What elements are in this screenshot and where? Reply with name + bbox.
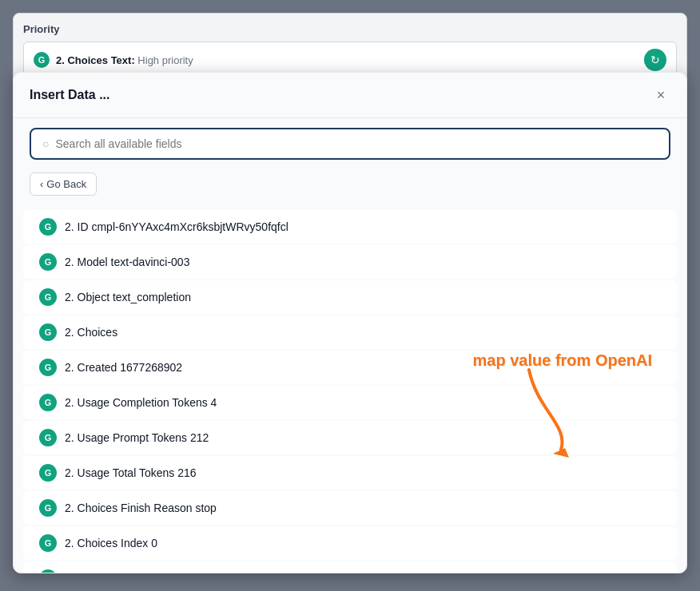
modal-overlay: Insert Data ... × ○ ‹ Go Back G2. ID cmp… bbox=[0, 0, 700, 591]
chevron-left-icon: ‹ bbox=[40, 178, 43, 190]
list-item[interactable]: G2. Choices Finish Reason stop bbox=[23, 491, 677, 525]
list-item-icon: G bbox=[39, 288, 57, 306]
list-item-label: 2. Choices Index 0 bbox=[65, 537, 157, 549]
list-item-icon: G bbox=[39, 218, 57, 236]
go-back-button[interactable]: ‹ Go Back bbox=[30, 173, 97, 196]
list-item-icon: G bbox=[39, 394, 57, 411]
list-item-icon: G bbox=[39, 464, 57, 482]
list-item-icon: G bbox=[39, 323, 57, 341]
modal-actions: ‹ Go Back bbox=[14, 169, 686, 205]
list-item[interactable]: G2. Choices Logprobs bbox=[23, 561, 677, 573]
insert-data-modal: Insert Data ... × ○ ‹ Go Back G2. ID cmp… bbox=[13, 72, 687, 573]
list-item-label: 2. Usage Prompt Tokens 212 bbox=[65, 431, 209, 444]
annotation: map value from OpenAI bbox=[473, 351, 653, 458]
list-item[interactable]: G2. Usage Total Tokens 216 bbox=[23, 456, 677, 490]
list-item-icon: G bbox=[39, 429, 57, 446]
search-box: ○ bbox=[30, 128, 670, 160]
list-item-label: 2. Object text_completion bbox=[65, 291, 191, 303]
list-item-label: 2. Choices Logprobs bbox=[65, 572, 167, 573]
go-back-label: Go Back bbox=[46, 178, 86, 190]
list-item-icon: G bbox=[39, 253, 57, 271]
search-icon: ○ bbox=[42, 137, 49, 150]
list-item-icon: G bbox=[39, 534, 57, 552]
modal-search-section: ○ bbox=[14, 118, 686, 169]
annotation-text: map value from OpenAI bbox=[473, 351, 653, 370]
annotation-arrow-icon bbox=[521, 362, 617, 458]
list-item[interactable]: G2. Choices bbox=[23, 315, 677, 349]
list-item-label: 2. Usage Completion Tokens 4 bbox=[65, 396, 217, 409]
list-item-icon: G bbox=[39, 359, 57, 376]
close-button[interactable]: × bbox=[651, 85, 670, 105]
list-item-icon: G bbox=[39, 569, 57, 573]
list-item-icon: G bbox=[39, 499, 57, 517]
list-item-label: 2. Created 1677268902 bbox=[65, 361, 182, 374]
list-item-label: 2. Usage Total Tokens 216 bbox=[65, 466, 197, 479]
modal-title: Insert Data ... bbox=[30, 88, 109, 102]
list-item[interactable]: G2. Model text-davinci-003 bbox=[23, 245, 677, 279]
list-item[interactable]: G2. Object text_completion bbox=[23, 280, 677, 314]
list-item-label: 2. Choices Finish Reason stop bbox=[65, 502, 217, 514]
list-item-label: 2. Model text-davinci-003 bbox=[65, 256, 189, 268]
list-item[interactable]: G2. ID cmpl-6nYYAxc4mXcr6ksbjtWRvy50fqfc… bbox=[23, 210, 677, 244]
modal-header: Insert Data ... × bbox=[14, 73, 686, 118]
search-input[interactable] bbox=[55, 137, 658, 150]
list-item-label: 2. Choices bbox=[65, 326, 117, 339]
list-item[interactable]: G2. Choices Index 0 bbox=[23, 526, 677, 560]
list-item-label: 2. ID cmpl-6nYYAxc4mXcr6ksbjtWRvy50fqfcl bbox=[65, 220, 288, 233]
